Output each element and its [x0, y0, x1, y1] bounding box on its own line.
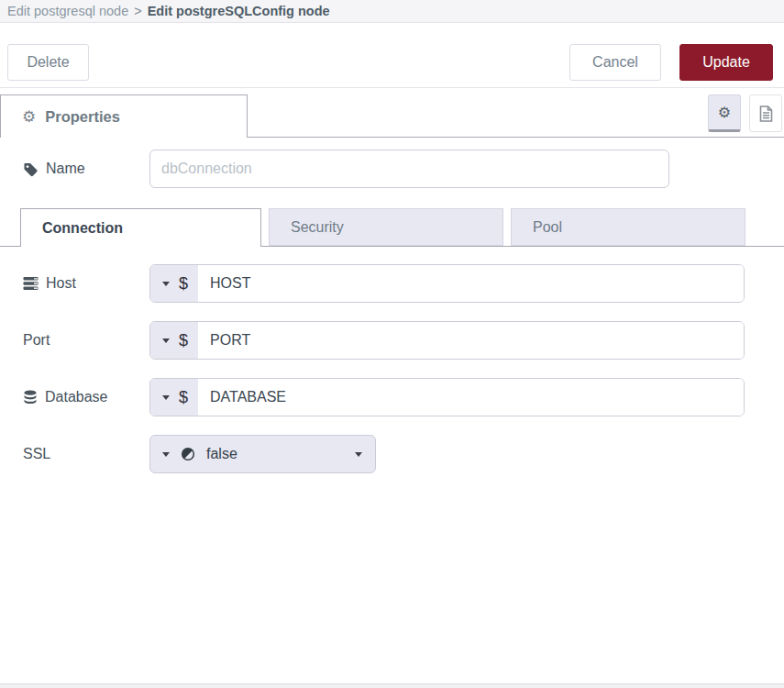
database-type-select-button[interactable]: $ [150, 379, 198, 416]
server-icon [23, 276, 39, 291]
cancel-button[interactable]: Cancel [569, 44, 661, 81]
env-var-type-icon: $ [179, 331, 188, 350]
tab-properties[interactable]: ⚙ Properties [0, 94, 248, 138]
database-input[interactable] [198, 379, 744, 416]
ssl-row: SSL false [23, 435, 784, 473]
chevron-down-icon [355, 452, 362, 457]
config-tabs: Connection Security Pool [0, 209, 784, 247]
host-label-text: Host [46, 275, 76, 292]
database-typed-input: $ [149, 378, 745, 416]
breadcrumb: Edit postgresql node > Edit postgreSQLCo… [0, 0, 784, 23]
port-type-select-button[interactable]: $ [150, 322, 198, 359]
chevron-down-icon [162, 338, 170, 343]
port-label-text: Port [23, 332, 50, 349]
name-label-text: Name [46, 161, 85, 177]
port-label: Port [23, 332, 149, 349]
gear-icon: ⚙ [22, 109, 36, 125]
tab-connection[interactable]: Connection [20, 208, 261, 247]
database-label-text: Database [45, 389, 108, 405]
connection-fields: Host $ Port $ [23, 247, 784, 473]
boolean-type-icon [181, 447, 195, 461]
database-icon [23, 390, 38, 405]
env-var-type-icon: $ [179, 274, 188, 294]
tab-security-label: Security [291, 219, 344, 236]
tab-security[interactable]: Security [269, 208, 503, 246]
name-row: Name [23, 150, 784, 188]
tag-icon [23, 161, 39, 177]
update-button[interactable]: Update [679, 44, 773, 81]
node-edit-form: Name Connection Security Pool [0, 138, 784, 473]
port-input[interactable] [198, 322, 744, 359]
ssl-label-text: SSL [23, 446, 50, 462]
env-var-type-icon: $ [179, 388, 188, 407]
name-label: Name [23, 161, 149, 177]
gear-icon: ⚙ [718, 105, 731, 120]
delete-button[interactable]: Delete [7, 44, 89, 81]
ssl-select[interactable]: false [149, 435, 376, 473]
editor-tab-mini-buttons: ⚙ [708, 94, 782, 132]
host-type-select-button[interactable]: $ [150, 265, 198, 302]
chevron-down-icon [162, 452, 170, 457]
port-typed-input: $ [149, 321, 745, 360]
node-settings-button[interactable]: ⚙ [708, 94, 741, 132]
host-label: Host [23, 275, 149, 292]
host-typed-input: $ [149, 264, 745, 303]
host-input[interactable] [198, 265, 744, 302]
name-input[interactable] [149, 150, 669, 188]
node-description-button[interactable] [749, 94, 782, 132]
host-row: Host $ [23, 264, 784, 303]
port-row: Port $ [23, 321, 784, 360]
edit-tray-toolbar: Delete Cancel Update [0, 23, 784, 88]
database-row: Database $ [23, 378, 784, 416]
database-label: Database [23, 389, 149, 405]
tab-pool[interactable]: Pool [511, 208, 745, 246]
bottom-divider [0, 683, 784, 688]
chevron-down-icon [162, 282, 170, 286]
editor-tab-bar: ⚙ Properties ⚙ [0, 88, 784, 138]
tab-connection-label: Connection [42, 220, 123, 237]
properties-tab-label: Properties [45, 108, 120, 126]
tab-pool-label: Pool [533, 219, 562, 236]
ssl-label: SSL [23, 446, 149, 462]
breadcrumb-parent-link[interactable]: Edit postgresql node [7, 4, 128, 18]
breadcrumb-separator: > [134, 4, 141, 18]
ssl-value: false [206, 446, 344, 462]
breadcrumb-current: Edit postgreSQLConfig node [148, 4, 330, 18]
document-icon [759, 105, 773, 122]
chevron-down-icon [162, 395, 170, 400]
